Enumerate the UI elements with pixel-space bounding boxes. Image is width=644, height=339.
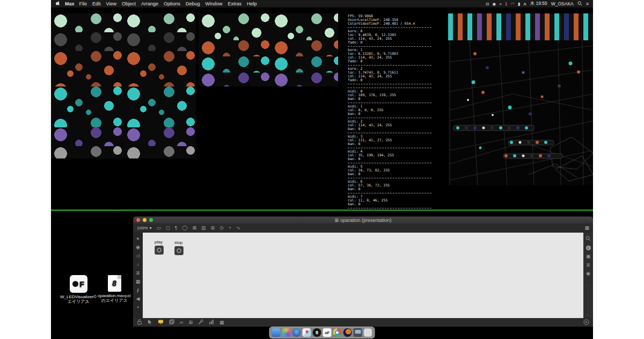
debug-line: ban: 0 bbox=[348, 187, 442, 191]
search-icon[interactable] bbox=[586, 236, 591, 242]
photos-dock-icon[interactable] bbox=[282, 328, 291, 337]
inspector-info-icon[interactable]: i bbox=[586, 246, 591, 250]
audio-on-icon[interactable] bbox=[583, 319, 589, 326]
desktop-icon-ledvisualizer[interactable]: F W_LEDVisualizer©エイリアス bbox=[59, 275, 98, 304]
zoom-select[interactable]: 100%▾ bbox=[137, 226, 151, 230]
spotlight-search-icon[interactable] bbox=[577, 1, 582, 7]
snapshot-icon[interactable]: ◉ bbox=[586, 271, 591, 276]
patcher-canvas[interactable]: play stop bbox=[143, 233, 583, 318]
wrench-icon[interactable] bbox=[198, 319, 203, 326]
max8-dock-icon[interactable]: 8 bbox=[313, 328, 321, 337]
menu-item-arrange[interactable]: Arrange bbox=[141, 1, 158, 6]
menu-user[interactable]: W_OSAKA bbox=[551, 1, 574, 6]
lesson-list-icon[interactable]: ≣ bbox=[136, 270, 140, 276]
viz-band-purple-left bbox=[51, 127, 196, 146]
window-title: ⊞ oparation (presentation) bbox=[133, 218, 593, 223]
safari-dock-icon[interactable] bbox=[292, 328, 301, 337]
close-status-icon[interactable]: × bbox=[499, 2, 502, 6]
desktop-icon-maxpat[interactable]: 8 oparation.maxpatのエイリアス bbox=[95, 275, 134, 303]
menu-item-object[interactable]: Object bbox=[122, 1, 136, 6]
menu-item-edit[interactable]: Edit bbox=[92, 1, 101, 6]
debug-line: col: 109, 176, 139, 255 bbox=[348, 93, 442, 97]
menu-item-help[interactable]: Help bbox=[247, 1, 257, 6]
finder-dock-icon[interactable] bbox=[272, 328, 281, 337]
message-box-icon[interactable]: ◻ bbox=[166, 226, 170, 230]
menu-item-file[interactable]: File bbox=[79, 1, 87, 6]
play-button[interactable] bbox=[155, 246, 164, 255]
record-dot-icon[interactable]: • bbox=[137, 305, 138, 310]
led-stripe bbox=[501, 13, 506, 40]
led-stripe bbox=[453, 13, 458, 40]
media-icon[interactable]: ▣ bbox=[586, 254, 591, 259]
led-stripe bbox=[564, 13, 569, 40]
input-source-icon[interactable]: A bbox=[523, 2, 526, 6]
scatter-dot bbox=[539, 154, 542, 157]
menu-clock[interactable]: 木 19:55 bbox=[530, 1, 547, 7]
meter-bars-icon[interactable] bbox=[209, 319, 214, 326]
midi-note-icon[interactable]: ♪ bbox=[137, 262, 140, 267]
grid-snap-icon[interactable]: ⊞ bbox=[188, 320, 193, 325]
chrome-dock-icon[interactable] bbox=[333, 328, 342, 337]
add-object-icon[interactable]: + bbox=[229, 226, 231, 230]
scatter-dot bbox=[491, 126, 494, 129]
zoom-window-button[interactable] bbox=[149, 218, 153, 222]
back-arrow-icon[interactable]: ◀ bbox=[136, 296, 140, 301]
close-window-button[interactable] bbox=[136, 218, 140, 222]
viz-band-lightgray-left bbox=[51, 146, 196, 158]
wifi-icon[interactable]: ◠ bbox=[511, 2, 515, 6]
button-icon[interactable]: ◯ bbox=[182, 226, 187, 230]
link-icon[interactable]: ∞ bbox=[180, 320, 183, 325]
apple-menu-icon[interactable] bbox=[55, 1, 60, 7]
matrix-icon[interactable]: ⊞ bbox=[210, 226, 215, 230]
display-dock-icon[interactable] bbox=[354, 328, 362, 337]
debug-line: col: 57, 36, 73, 255 bbox=[348, 184, 442, 187]
comment-icon[interactable]: ¶ bbox=[174, 226, 177, 230]
app-menu-max[interactable]: Max bbox=[65, 1, 75, 6]
toggle-icon[interactable]: ⊠ bbox=[192, 226, 196, 230]
trash-dock-icon[interactable] bbox=[364, 328, 372, 337]
stop-button[interactable] bbox=[174, 246, 184, 255]
audio-spiral-icon[interactable]: ◉ bbox=[136, 244, 140, 250]
patcher-right-sidebar: i ▣≣◉ bbox=[583, 233, 593, 318]
menu-item-view[interactable]: View bbox=[106, 1, 116, 6]
scatter-dot bbox=[522, 155, 525, 157]
bluetooth-icon[interactable]: ᛒ bbox=[505, 2, 508, 6]
menu-item-window[interactable]: Window bbox=[206, 1, 223, 6]
stop-object: stop bbox=[174, 240, 184, 255]
minimize-window-button[interactable] bbox=[143, 218, 147, 222]
grid-view-icon[interactable]: ▦ bbox=[584, 226, 589, 230]
record-status-icon[interactable]: ◉ bbox=[492, 2, 496, 6]
object-box-icon[interactable]: ▭ bbox=[156, 226, 161, 230]
chevron-down-icon: ▾ bbox=[149, 226, 151, 230]
scatter-dot bbox=[467, 99, 469, 101]
menu-item-debug[interactable]: Debug bbox=[186, 1, 200, 6]
openframeworks-dock-icon[interactable]: oF bbox=[323, 328, 332, 337]
patch-cord-icon[interactable]: ∿ bbox=[236, 226, 240, 230]
layers-icon[interactable] bbox=[169, 319, 174, 326]
transport-icon[interactable]: ◷ bbox=[219, 226, 224, 230]
console-icon[interactable]: ≣ bbox=[586, 262, 591, 268]
menu-item-extras[interactable]: Extras bbox=[228, 1, 242, 6]
select-arrow-icon[interactable] bbox=[148, 319, 152, 326]
scatter-dot bbox=[504, 154, 508, 157]
unlock-icon[interactable] bbox=[137, 319, 142, 326]
debug-line: col: 131, 41, 27, 255 bbox=[348, 139, 442, 142]
window-titlebar[interactable]: ⊞ oparation (presentation) bbox=[133, 217, 593, 223]
battery-icon[interactable]: ▮ bbox=[518, 2, 520, 6]
notification-center-icon[interactable]: ≡ bbox=[586, 1, 589, 6]
maps-dock-icon[interactable] bbox=[303, 328, 311, 337]
presentation-mode-icon[interactable] bbox=[158, 319, 164, 326]
slider-icon[interactable]: ▥ bbox=[201, 226, 206, 230]
viz-band-cyan-right bbox=[199, 56, 338, 73]
waffle-grid-icon[interactable]: ▦ bbox=[219, 320, 224, 325]
firefox-dock-icon[interactable] bbox=[343, 328, 352, 337]
debug-line: ban: 0 bbox=[348, 127, 442, 131]
color-palette-icon[interactable]: ∗ bbox=[136, 236, 140, 241]
led-stripe bbox=[492, 13, 496, 40]
image-icon[interactable]: ▦ bbox=[136, 279, 141, 284]
debug-separator bbox=[348, 101, 442, 105]
display-status-icon[interactable]: ⊟ bbox=[486, 2, 489, 6]
paperclip-icon[interactable]: ∮ bbox=[137, 287, 140, 293]
menu-item-options[interactable]: Options bbox=[164, 1, 180, 6]
speaker-icon[interactable]: ◁ bbox=[136, 253, 140, 258]
